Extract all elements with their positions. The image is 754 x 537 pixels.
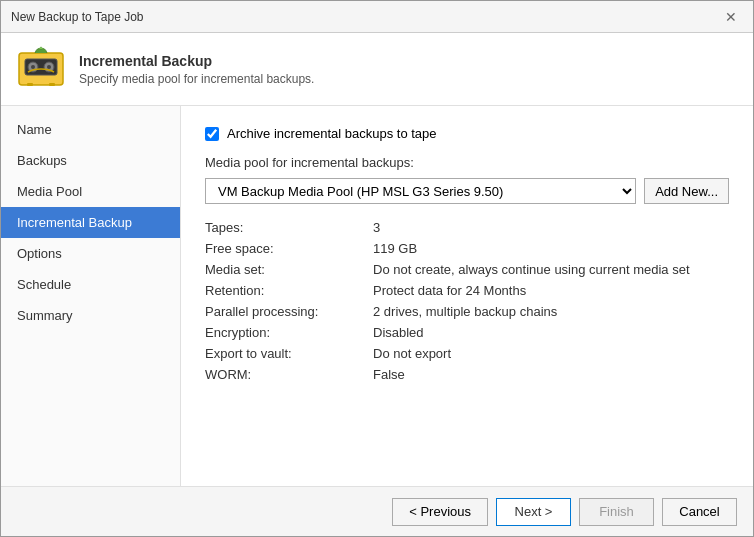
info-label: Encryption:: [205, 325, 365, 340]
header-text: Incremental Backup Specify media pool fo…: [79, 53, 314, 86]
info-value: 3: [373, 220, 729, 235]
sidebar-item-media-pool[interactable]: Media Pool: [1, 176, 180, 207]
header-subtitle: Specify media pool for incremental backu…: [79, 72, 314, 86]
info-value: False: [373, 367, 729, 382]
sidebar: NameBackupsMedia PoolIncremental BackupO…: [1, 106, 181, 486]
next-button[interactable]: Next >: [496, 498, 571, 526]
close-button[interactable]: ✕: [719, 7, 743, 27]
sidebar-item-incremental-backup[interactable]: Incremental Backup: [1, 207, 180, 238]
svg-point-5: [47, 65, 51, 69]
archive-checkbox[interactable]: [205, 127, 219, 141]
header: Incremental Backup Specify media pool fo…: [1, 33, 753, 106]
add-new-button[interactable]: Add New...: [644, 178, 729, 204]
svg-point-3: [31, 65, 35, 69]
sidebar-item-backups[interactable]: Backups: [1, 145, 180, 176]
sidebar-item-name[interactable]: Name: [1, 114, 180, 145]
info-label: Retention:: [205, 283, 365, 298]
info-label: WORM:: [205, 367, 365, 382]
finish-button[interactable]: Finish: [579, 498, 654, 526]
info-label: Free space:: [205, 241, 365, 256]
info-label: Tapes:: [205, 220, 365, 235]
info-value: Do not create, always continue using cur…: [373, 262, 729, 277]
cancel-button[interactable]: Cancel: [662, 498, 737, 526]
archive-checkbox-row[interactable]: Archive incremental backups to tape: [205, 126, 729, 141]
title-bar: New Backup to Tape Job ✕: [1, 1, 753, 33]
archive-checkbox-label: Archive incremental backups to tape: [227, 126, 437, 141]
header-title: Incremental Backup: [79, 53, 314, 69]
main-panel: Archive incremental backups to tape Medi…: [181, 106, 753, 486]
media-pool-select[interactable]: VM Backup Media Pool (HP MSL G3 Series 9…: [205, 178, 636, 204]
sidebar-item-options[interactable]: Options: [1, 238, 180, 269]
info-value: Do not export: [373, 346, 729, 361]
info-value: Protect data for 24 Months: [373, 283, 729, 298]
info-label: Parallel processing:: [205, 304, 365, 319]
content-area: NameBackupsMedia PoolIncremental BackupO…: [1, 106, 753, 486]
media-pool-label: Media pool for incremental backups:: [205, 155, 729, 170]
header-icon: [17, 45, 65, 93]
info-grid: Tapes:3Free space:119 GBMedia set:Do not…: [205, 220, 729, 382]
sidebar-item-summary[interactable]: Summary: [1, 300, 180, 331]
previous-button[interactable]: < Previous: [392, 498, 488, 526]
info-label: Media set:: [205, 262, 365, 277]
info-value: 119 GB: [373, 241, 729, 256]
svg-rect-6: [27, 83, 33, 86]
info-value: Disabled: [373, 325, 729, 340]
window-title: New Backup to Tape Job: [11, 10, 144, 24]
svg-rect-7: [49, 83, 55, 86]
media-pool-dropdown-row: VM Backup Media Pool (HP MSL G3 Series 9…: [205, 178, 729, 204]
main-window: New Backup to Tape Job ✕: [0, 0, 754, 537]
media-pool-field: Media pool for incremental backups:: [205, 155, 729, 170]
info-value: 2 drives, multiple backup chains: [373, 304, 729, 319]
info-label: Export to vault:: [205, 346, 365, 361]
footer: < Previous Next > Finish Cancel: [1, 486, 753, 536]
sidebar-item-schedule[interactable]: Schedule: [1, 269, 180, 300]
